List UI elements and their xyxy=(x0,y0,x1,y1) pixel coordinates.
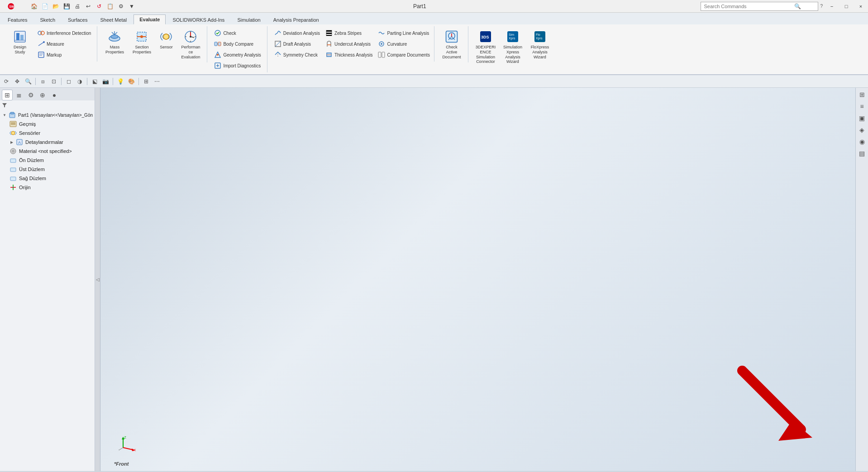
tab-evaluate[interactable]: Evaluate xyxy=(134,14,166,24)
vt-view-all-btn[interactable]: ⊡ xyxy=(49,77,58,86)
body-compare-btn[interactable]: Body Compare xyxy=(212,39,263,49)
rp-props-btn[interactable]: ▤ xyxy=(857,148,867,158)
vt-hide-show-btn[interactable]: ◑ xyxy=(75,77,84,86)
open-btn[interactable]: 📂 xyxy=(51,1,61,11)
section-properties-btn[interactable]: Section Properties xyxy=(129,28,154,56)
measure-btn[interactable]: Measure xyxy=(35,39,93,49)
search-icon[interactable]: 🔍 xyxy=(794,3,801,10)
zebra-stripes-btn[interactable]: Zebra Stripes xyxy=(323,28,375,38)
sidebar-tab-config-manager[interactable]: ⚙ xyxy=(25,90,36,100)
3dexperience-btn[interactable]: 3DS 3DEXPERIENCE Simulation Connector xyxy=(473,28,498,66)
feature-sag-duzlem[interactable]: Sağ Düzlem xyxy=(7,174,95,183)
tab-surfaces[interactable]: Surfaces xyxy=(62,14,93,24)
sensorler-label: Sensörler xyxy=(19,130,40,136)
sidebar-tab-dimxpert[interactable]: ⊕ xyxy=(37,90,48,100)
feature-gecmis[interactable]: Geçmiş xyxy=(7,119,95,129)
performance-eval-btn[interactable]: Performance Evaluation xyxy=(178,28,203,61)
restore-btn[interactable]: □ xyxy=(839,0,854,13)
sidebar-tab-display-manager[interactable]: ● xyxy=(49,90,60,100)
rebuild-btn[interactable]: ↺ xyxy=(94,1,104,11)
sidebar-tab-feature-manager[interactable]: ⊞ xyxy=(2,90,13,100)
tab-solidworks-addins[interactable]: SOLIDWORKS Add-Ins xyxy=(167,14,230,24)
red-arrow-indicator xyxy=(729,362,819,444)
sensorler-icon xyxy=(9,129,17,137)
app-title: Part1 xyxy=(138,3,701,10)
check-active-doc-btn[interactable]: Check Active Document xyxy=(439,28,464,61)
dropdown-btn[interactable]: ▼ xyxy=(127,1,137,11)
svg-point-74 xyxy=(12,150,14,153)
tab-sketch[interactable]: Sketch xyxy=(34,14,61,24)
symmetry-check-btn[interactable]: Symmetry Check xyxy=(272,50,322,60)
thickness-analysis-btn[interactable]: Thickness Analysis xyxy=(323,50,375,60)
help-btn[interactable]: ? xyxy=(820,4,823,9)
print-btn[interactable]: 🖨 xyxy=(72,1,82,11)
rp-display-btn[interactable]: ▣ xyxy=(857,113,867,123)
mass-properties-label: Mass Properties xyxy=(104,45,125,55)
sidebar-resize-handle[interactable] xyxy=(92,88,95,471)
feature-tree-root[interactable]: ▼ Part1 (Varsayılan<<Varsayılan>_Gön xyxy=(0,110,95,119)
close-btn[interactable]: × xyxy=(854,0,868,13)
file-props-btn[interactable]: 📋 xyxy=(105,1,115,11)
tab-features[interactable]: Features xyxy=(2,14,33,24)
feature-detaylandirmalar[interactable]: ▶ A Detaylandırmalar xyxy=(7,138,95,147)
feature-sensorler[interactable]: Sensörler xyxy=(7,129,95,138)
floxpress-btn[interactable]: Flo Xprs FloXpress Analysis Wizard xyxy=(527,28,553,61)
svg-text:Flo: Flo xyxy=(536,33,540,36)
curvature-btn[interactable]: Curvature xyxy=(376,39,432,49)
vt-section-view-btn[interactable]: ⬕ xyxy=(90,77,99,86)
undercut-analysis-btn[interactable]: Undercut Analysis xyxy=(323,39,375,49)
feature-orijin[interactable]: Orijin xyxy=(7,183,95,192)
markup-btn[interactable]: Markup xyxy=(35,50,93,60)
svg-line-9 xyxy=(38,42,44,46)
vt-rotate-btn[interactable]: ⟳ xyxy=(2,77,11,86)
parting-line-btn[interactable]: Parting Line Analysis xyxy=(376,28,432,38)
tab-sheet-metal[interactable]: Sheet Metal xyxy=(94,14,133,24)
minimize-btn[interactable]: − xyxy=(825,0,839,13)
home-btn[interactable]: 🏠 xyxy=(29,1,39,11)
import-diagnostics-btn[interactable]: Import Diagnostics xyxy=(212,61,263,71)
options-btn[interactable]: ⚙ xyxy=(116,1,126,11)
draft-analysis-btn[interactable]: Draft Analysis xyxy=(272,39,322,49)
vt-view-orient-btn[interactable]: ⧈ xyxy=(38,77,48,86)
gecmis-label: Geçmiş xyxy=(19,121,36,127)
deviation-analysis-btn[interactable]: Deviation Analysis xyxy=(272,28,322,38)
save-btn[interactable]: 💾 xyxy=(62,1,72,11)
mass-properties-btn[interactable]: Mass Properties xyxy=(102,28,127,56)
rp-view-btn[interactable]: ⊞ xyxy=(857,90,867,100)
feature-tree: ▼ Part1 (Varsayılan<<Varsayılan>_Gön Geç… xyxy=(0,110,95,471)
vt-grid-btn[interactable]: ⊞ xyxy=(142,77,151,86)
vt-more-btn[interactable]: ⋯ xyxy=(153,77,162,86)
viewport[interactable]: Z X *Front xyxy=(100,88,855,471)
interference-detection-btn[interactable]: Interference Detection xyxy=(35,28,93,38)
check-btn[interactable]: Check xyxy=(212,28,263,38)
search-box[interactable]: 🔍 xyxy=(701,2,818,11)
vt-pan-btn[interactable]: ✥ xyxy=(13,77,22,86)
svg-text:Xprs: Xprs xyxy=(509,37,515,40)
vt-appearance-btn[interactable]: 🎨 xyxy=(127,77,136,86)
simxpress-btn[interactable]: Sim Xprs SimulationXpress Analysis Wizar… xyxy=(500,28,525,66)
sidebar-collapse-btn[interactable]: ◁ xyxy=(95,88,100,471)
compare-documents-btn[interactable]: Compare Documents xyxy=(376,50,432,60)
svg-rect-50 xyxy=(382,52,385,57)
sensor-btn[interactable]: Sensor xyxy=(156,28,176,51)
vt-lighting-btn[interactable]: 💡 xyxy=(116,77,125,86)
tab-simulation[interactable]: Simulation xyxy=(231,14,266,24)
svg-point-10 xyxy=(43,41,45,43)
svg-rect-3 xyxy=(16,33,19,40)
geometry-analysis-btn[interactable]: Geometry Analysis xyxy=(212,50,263,60)
tab-analysis-prep[interactable]: Analysis Preparation xyxy=(267,14,325,24)
undo-btn[interactable]: ↩ xyxy=(83,1,93,11)
vt-display-style-btn[interactable]: ◻ xyxy=(64,77,73,86)
rp-color-btn[interactable]: ◉ xyxy=(857,137,867,147)
rp-scene-btn[interactable]: ◈ xyxy=(857,125,867,135)
vt-zoom-btn[interactable]: 🔍 xyxy=(24,77,33,86)
search-input[interactable] xyxy=(704,4,794,9)
feature-material[interactable]: Material <not specified> xyxy=(7,147,95,156)
sidebar-tab-property-manager[interactable]: ≣ xyxy=(14,90,24,100)
feature-on-duzlem[interactable]: Ön Düzlem xyxy=(7,156,95,165)
new-btn[interactable]: 📄 xyxy=(40,1,50,11)
design-study-btn[interactable]: Design Study xyxy=(7,28,33,56)
rp-layers-btn[interactable]: ≡ xyxy=(857,101,867,111)
vt-camera-btn[interactable]: 📷 xyxy=(101,77,110,86)
feature-ust-duzlem[interactable]: Üst Düzlem xyxy=(7,165,95,174)
